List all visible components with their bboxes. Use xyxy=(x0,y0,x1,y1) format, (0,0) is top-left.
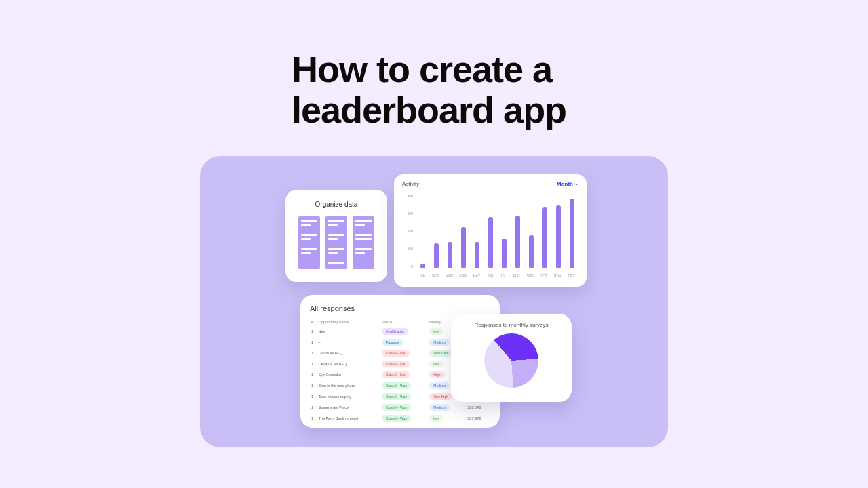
bar xyxy=(420,264,425,268)
bar xyxy=(542,207,547,268)
table-row: 1The Farm Bank renewalClosed – Wonlow$17… xyxy=(310,413,490,424)
col-header: Opportunity Name xyxy=(317,318,380,326)
bar xyxy=(570,199,574,268)
pie-card: Responses to monthly surveys xyxy=(451,314,572,402)
bar xyxy=(475,242,479,268)
col-header: # xyxy=(310,318,317,326)
activity-title: Activity xyxy=(402,181,419,187)
responses-title: All responses xyxy=(310,304,490,312)
bar xyxy=(502,239,507,268)
bar xyxy=(488,217,493,268)
chevron-down-icon xyxy=(574,182,578,186)
pie-chart xyxy=(484,333,538,388)
period-label: Month xyxy=(557,181,573,187)
organize-data-card: Organize data xyxy=(285,190,387,282)
bar xyxy=(529,235,534,268)
bar xyxy=(434,243,439,268)
bar xyxy=(448,242,452,268)
activity-card: Activity Month 4003002001000 JANFEBMARAP… xyxy=(394,174,587,287)
col-header: Status xyxy=(380,318,428,326)
period-dropdown[interactable]: Month xyxy=(557,181,578,187)
pie-title: Responses to monthly surveys xyxy=(475,322,549,328)
data-columns-icon xyxy=(298,216,374,269)
bar xyxy=(556,205,561,268)
table-row: 1Stoner's pot PlaceClosed – WonMedium$10… xyxy=(310,402,490,413)
hero-panel: Organize data Activity Month 40030020010… xyxy=(200,156,668,447)
organize-title: Organize data xyxy=(315,201,358,208)
bar-chart: 4003002001000 JANFEBMARAPRMAYJUNJULAUGSE… xyxy=(402,194,578,278)
bar xyxy=(515,216,520,268)
bar xyxy=(461,227,466,268)
page-title: How to create aleaderboard app xyxy=(292,49,566,131)
